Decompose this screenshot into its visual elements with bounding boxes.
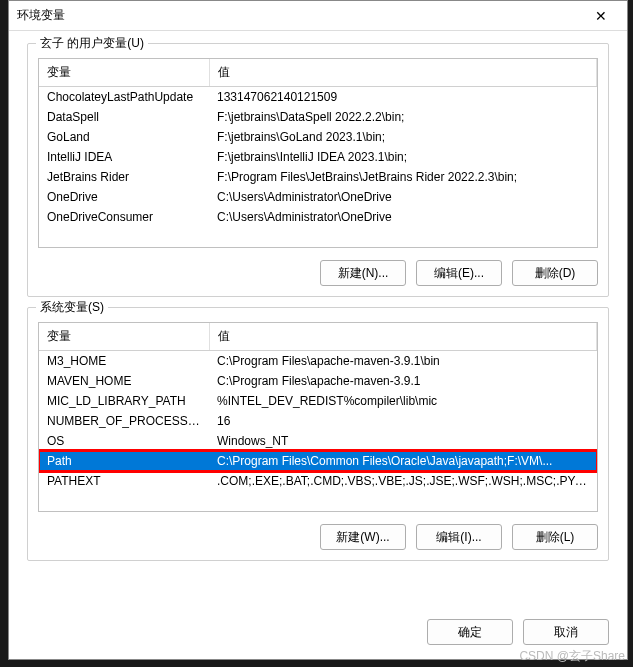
var-name-cell: MAVEN_HOME bbox=[39, 371, 209, 391]
var-value-cell: F:\jetbrains\IntelliJ IDEA 2023.1\bin; bbox=[209, 147, 597, 167]
var-value-cell: C:\Program Files\apache-maven-3.9.1 bbox=[209, 371, 597, 391]
table-row[interactable]: OneDriveConsumerC:\Users\Administrator\O… bbox=[39, 207, 597, 227]
var-name-cell: PATHEXT bbox=[39, 471, 209, 491]
var-name-cell: M3_HOME bbox=[39, 351, 209, 372]
var-name-cell: JetBrains Rider bbox=[39, 167, 209, 187]
col-header-name[interactable]: 变量 bbox=[39, 59, 209, 87]
table-row[interactable]: JetBrains RiderF:\Program Files\JetBrain… bbox=[39, 167, 597, 187]
table-row[interactable]: ChocolateyLastPathUpdate1331470621401215… bbox=[39, 87, 597, 108]
titlebar: 环境变量 ✕ bbox=[9, 1, 627, 31]
system-vars-table: 变量 值 M3_HOMEC:\Program Files\apache-mave… bbox=[39, 323, 597, 491]
table-row[interactable]: OSWindows_NT bbox=[39, 431, 597, 451]
var-value-cell: C:\Program Files\Common Files\Oracle\Jav… bbox=[209, 451, 597, 471]
ok-button[interactable]: 确定 bbox=[427, 619, 513, 645]
var-name-cell: OS bbox=[39, 431, 209, 451]
var-name-cell: IntelliJ IDEA bbox=[39, 147, 209, 167]
dialog-content: 玄子 的用户变量(U) 变量 值 ChocolateyLastPathUpdat… bbox=[9, 31, 627, 607]
var-name-cell: DataSpell bbox=[39, 107, 209, 127]
system-vars-buttons: 新建(W)... 编辑(I)... 删除(L) bbox=[38, 524, 598, 550]
user-vars-label: 玄子 的用户变量(U) bbox=[36, 35, 148, 52]
user-new-button[interactable]: 新建(N)... bbox=[320, 260, 406, 286]
var-value-cell: C:\Program Files\apache-maven-3.9.1\bin bbox=[209, 351, 597, 372]
var-value-cell: 133147062140121509 bbox=[209, 87, 597, 108]
table-row[interactable]: MIC_LD_LIBRARY_PATH%INTEL_DEV_REDIST%com… bbox=[39, 391, 597, 411]
var-value-cell: 16 bbox=[209, 411, 597, 431]
system-new-button[interactable]: 新建(W)... bbox=[320, 524, 406, 550]
cancel-button[interactable]: 取消 bbox=[523, 619, 609, 645]
var-value-cell: F:\jetbrains\DataSpell 2022.2.2\bin; bbox=[209, 107, 597, 127]
col-header-value[interactable]: 值 bbox=[209, 59, 597, 87]
var-value-cell: C:\Users\Administrator\OneDrive bbox=[209, 187, 597, 207]
system-delete-button[interactable]: 删除(L) bbox=[512, 524, 598, 550]
user-vars-group: 玄子 的用户变量(U) 变量 值 ChocolateyLastPathUpdat… bbox=[27, 43, 609, 297]
var-name-cell: GoLand bbox=[39, 127, 209, 147]
col-header-value[interactable]: 值 bbox=[209, 323, 597, 351]
var-value-cell: .COM;.EXE;.BAT;.CMD;.VBS;.VBE;.JS;.JSE;.… bbox=[209, 471, 597, 491]
var-name-cell: ChocolateyLastPathUpdate bbox=[39, 87, 209, 108]
system-edit-button[interactable]: 编辑(I)... bbox=[416, 524, 502, 550]
table-row[interactable]: PathC:\Program Files\Common Files\Oracle… bbox=[39, 451, 597, 471]
table-row[interactable]: NUMBER_OF_PROCESSORS16 bbox=[39, 411, 597, 431]
user-edit-button[interactable]: 编辑(E)... bbox=[416, 260, 502, 286]
user-vars-buttons: 新建(N)... 编辑(E)... 删除(D) bbox=[38, 260, 598, 286]
var-value-cell: F:\Program Files\JetBrains\JetBrains Rid… bbox=[209, 167, 597, 187]
table-row[interactable]: GoLandF:\jetbrains\GoLand 2023.1\bin; bbox=[39, 127, 597, 147]
table-row[interactable]: DataSpellF:\jetbrains\DataSpell 2022.2.2… bbox=[39, 107, 597, 127]
var-value-cell: F:\jetbrains\GoLand 2023.1\bin; bbox=[209, 127, 597, 147]
col-header-name[interactable]: 变量 bbox=[39, 323, 209, 351]
table-row[interactable]: M3_HOMEC:\Program Files\apache-maven-3.9… bbox=[39, 351, 597, 372]
system-vars-table-wrap[interactable]: 变量 值 M3_HOMEC:\Program Files\apache-mave… bbox=[38, 322, 598, 512]
user-vars-table-wrap[interactable]: 变量 值 ChocolateyLastPathUpdate13314706214… bbox=[38, 58, 598, 248]
table-row[interactable]: IntelliJ IDEAF:\jetbrains\IntelliJ IDEA … bbox=[39, 147, 597, 167]
var-name-cell: Path bbox=[39, 451, 209, 471]
var-value-cell: %INTEL_DEV_REDIST%compiler\lib\mic bbox=[209, 391, 597, 411]
var-value-cell: Windows_NT bbox=[209, 431, 597, 451]
var-name-cell: OneDriveConsumer bbox=[39, 207, 209, 227]
user-delete-button[interactable]: 删除(D) bbox=[512, 260, 598, 286]
table-row[interactable]: PATHEXT.COM;.EXE;.BAT;.CMD;.VBS;.VBE;.JS… bbox=[39, 471, 597, 491]
var-value-cell: C:\Users\Administrator\OneDrive bbox=[209, 207, 597, 227]
table-row[interactable]: OneDriveC:\Users\Administrator\OneDrive bbox=[39, 187, 597, 207]
dialog-footer: 确定 取消 bbox=[9, 607, 627, 659]
dialog-title: 环境变量 bbox=[17, 7, 583, 24]
var-name-cell: MIC_LD_LIBRARY_PATH bbox=[39, 391, 209, 411]
var-name-cell: OneDrive bbox=[39, 187, 209, 207]
user-vars-table: 变量 值 ChocolateyLastPathUpdate13314706214… bbox=[39, 59, 597, 227]
table-row[interactable]: MAVEN_HOMEC:\Program Files\apache-maven-… bbox=[39, 371, 597, 391]
close-button[interactable]: ✕ bbox=[583, 2, 619, 30]
close-icon: ✕ bbox=[595, 8, 607, 24]
system-vars-label: 系统变量(S) bbox=[36, 299, 108, 316]
var-name-cell: NUMBER_OF_PROCESSORS bbox=[39, 411, 209, 431]
env-vars-dialog: 环境变量 ✕ 玄子 的用户变量(U) 变量 值 ChocolateyLastPa… bbox=[8, 0, 628, 660]
system-vars-group: 系统变量(S) 变量 值 M3_HOMEC:\Program Files\apa… bbox=[27, 307, 609, 561]
